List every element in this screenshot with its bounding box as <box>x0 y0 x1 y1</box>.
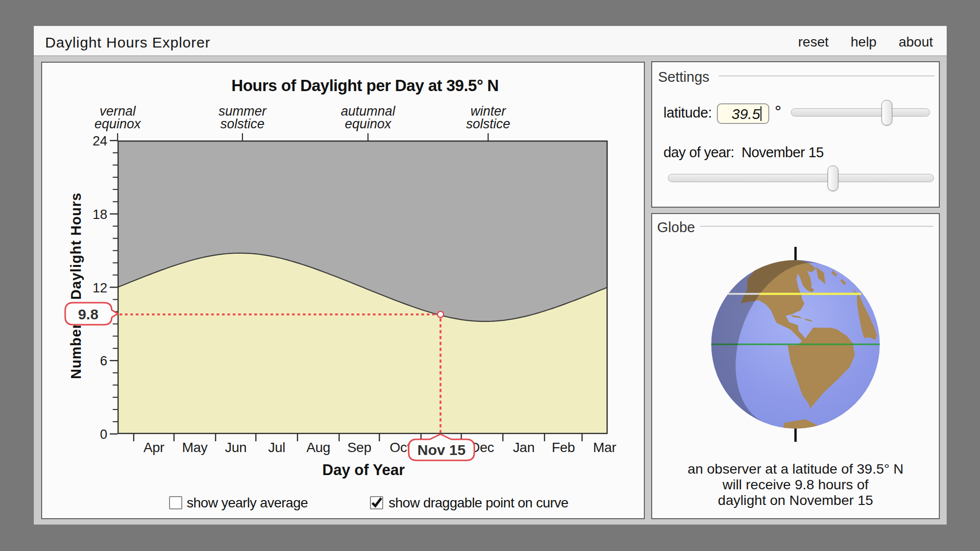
svg-text:solstice: solstice <box>466 117 510 131</box>
svg-text:equinox: equinox <box>345 117 392 131</box>
svg-text:Number of Daylight Hours: Number of Daylight Hours <box>68 192 84 379</box>
svg-text:Sep: Sep <box>347 440 371 455</box>
svg-text:Nov 15: Nov 15 <box>417 442 466 458</box>
svg-text:6: 6 <box>100 354 107 368</box>
svg-text:Jun: Jun <box>225 440 246 455</box>
svg-text:9.8: 9.8 <box>78 306 98 322</box>
svg-text:Jan: Jan <box>513 440 535 455</box>
svg-text:Feb: Feb <box>552 440 575 455</box>
svg-text:24: 24 <box>93 134 107 148</box>
svg-text:18: 18 <box>93 207 107 222</box>
svg-text:Apr: Apr <box>144 440 165 455</box>
svg-text:Hours of Daylight per Day at 3: Hours of Daylight per Day at 39.5° N <box>231 76 498 95</box>
svg-text:0: 0 <box>100 427 107 442</box>
svg-text:Mar: Mar <box>593 440 616 455</box>
svg-text:May: May <box>182 440 208 455</box>
svg-text:Aug: Aug <box>306 440 330 455</box>
svg-text:solstice: solstice <box>220 117 265 131</box>
svg-text:12: 12 <box>93 281 107 295</box>
svg-text:Oct: Oct <box>390 440 411 455</box>
svg-text:Day of Year: Day of Year <box>322 461 405 479</box>
svg-text:equinox: equinox <box>95 117 142 131</box>
svg-text:Jul: Jul <box>268 440 285 455</box>
